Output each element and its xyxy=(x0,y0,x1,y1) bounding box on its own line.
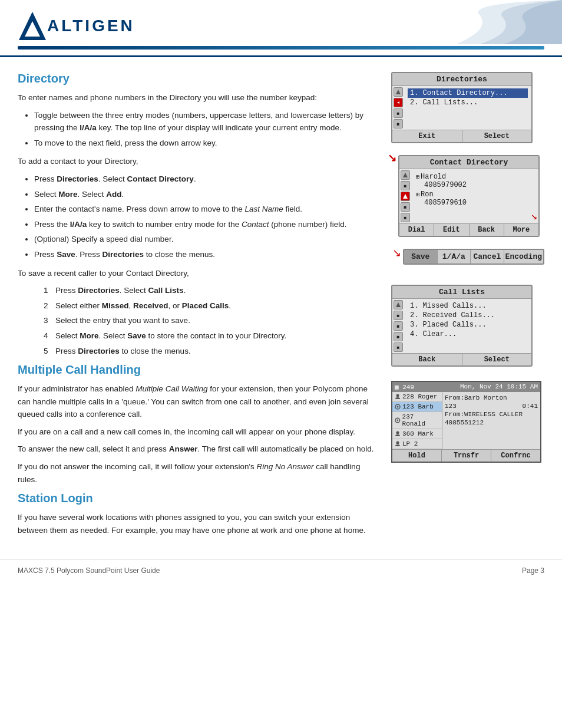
cd-side-btn-2[interactable]: ■ xyxy=(401,181,410,190)
cl-select-btn[interactable]: Select xyxy=(462,354,532,365)
contact-harold[interactable]: ⊞ Harold 4085979002 xyxy=(416,173,525,189)
call-lists-phone-widget: Call Lists ■ ■ ■ ■ 1. Missed Call xyxy=(391,285,533,367)
page-footer: MAXCS 7.5 Polycom SoundPoint User Guide … xyxy=(0,559,562,582)
multiple-call-section: Multiple Call Handling If your administr… xyxy=(18,363,379,486)
svg-point-14 xyxy=(396,442,399,444)
call-datetime: Mon, Nov 24 10:15 AM xyxy=(460,383,538,391)
multiple-call-para3: To answer the new call, select it and pr… xyxy=(18,443,379,456)
directories-title-bar: Directories xyxy=(392,73,531,86)
station-login-section: Station Login If you have several work l… xyxy=(18,492,379,536)
contact-ron[interactable]: ⊞ Ron 4085979610 xyxy=(416,190,525,207)
multiple-call-para4: If you do not answer the incoming call, … xyxy=(18,460,379,486)
call-ext: ▩ 249 xyxy=(395,383,414,391)
step-1: Press Directories. Select Contact Direct… xyxy=(34,173,379,186)
save-step-1: 1Press Directories. Select Call Lists. xyxy=(44,284,379,297)
contact-dir-footer: Dial Edit Back More xyxy=(399,223,538,236)
cl-side-btn-1[interactable] xyxy=(394,300,403,309)
hold-btn[interactable]: Hold xyxy=(392,450,442,462)
right-column: Directories ■ ■ xyxy=(391,69,544,541)
transfer-btn[interactable]: Trnsfr xyxy=(442,450,491,462)
scroll-arrow: ↘ xyxy=(531,209,537,222)
footer-right: Page 3 xyxy=(522,566,544,575)
contact-dir-title-bar: Contact Directory xyxy=(399,156,538,169)
dir-exit-btn[interactable]: Exit xyxy=(392,130,462,142)
cd-side-btn-3[interactable] xyxy=(401,192,410,201)
directories-side-buttons: ■ ■ xyxy=(392,86,404,130)
side-btn-4[interactable]: ■ xyxy=(394,119,403,129)
cd-side-btn-5[interactable]: ■ xyxy=(401,213,410,222)
logo-text: ALTIGEN xyxy=(47,17,135,35)
call-footer: Hold Trnsfr Confrnc xyxy=(392,449,540,462)
multiple-call-title: Multiple Call Handling xyxy=(18,363,379,377)
cl-back-btn[interactable]: Back xyxy=(392,354,462,365)
save-bar: Save 1/A/a Cancel Encoding xyxy=(403,249,544,265)
svg-marker-5 xyxy=(403,173,408,177)
directories-content: 1. Contact Directory... 2. Call Lists... xyxy=(404,86,531,130)
contact-dir-phone-widget: Contact Directory ■ ■ xyxy=(398,155,540,237)
directories-widget: Directories ■ ■ xyxy=(391,72,544,151)
cd-back-btn[interactable]: Back xyxy=(470,224,504,236)
call-from-wireless: From:WIRELESS CALLER xyxy=(445,410,538,419)
cl-side-btn-3[interactable]: ■ xyxy=(394,321,403,331)
cl-item-2[interactable]: 2. Received Calls... xyxy=(408,311,528,320)
cl-item-3[interactable]: 3. Placed Calls... xyxy=(408,320,528,330)
ia-btn[interactable]: 1/A/a xyxy=(438,250,471,263)
cd-more-btn[interactable]: More xyxy=(504,224,538,236)
step-4: Press the I/A/a key to switch to number … xyxy=(34,218,379,231)
svg-point-12 xyxy=(396,420,398,421)
call-header: ▩ 249 Mon, Nov 24 10:15 AM xyxy=(392,382,540,392)
cl-side-btn-4[interactable]: ■ xyxy=(394,332,403,341)
save-step-3: 3Select the entry that you want to save. xyxy=(44,314,379,327)
dir-select-btn[interactable]: Select xyxy=(462,130,532,142)
cl-side-btn-2[interactable]: ■ xyxy=(394,311,403,320)
cl-item-4[interactable]: 4. Clear... xyxy=(408,330,528,339)
call-number-barb: 1230:41 xyxy=(445,402,538,410)
svg-point-10 xyxy=(397,406,399,408)
call-123-barb[interactable]: 123 Barb xyxy=(392,402,442,412)
call-right-panel: From:Barb Morton 1230:41 From:WIRELESS C… xyxy=(442,392,540,449)
dir-item-calllists[interactable]: 2. Call Lists... xyxy=(408,98,528,107)
cd-side-btn-4[interactable]: ■ xyxy=(401,202,410,212)
page-header: ALTIGEN xyxy=(0,0,562,57)
cl-side-btn-5[interactable]: ■ xyxy=(394,342,403,352)
cl-item-1[interactable]: 1. Missed Calls... xyxy=(408,301,528,311)
call-lists-content: 1. Missed Calls... 2. Received Calls... … xyxy=(404,299,531,353)
directories-footer: Exit Select xyxy=(392,130,531,142)
cd-dial-btn[interactable]: Dial xyxy=(399,224,434,236)
directory-title: Directory xyxy=(18,72,379,85)
dir-item-contact[interactable]: 1. Contact Directory... xyxy=(408,88,528,98)
encoding-btn[interactable]: Encoding xyxy=(504,250,543,263)
call-360-mark[interactable]: 360 Mark xyxy=(392,429,442,439)
call-228-roger[interactable]: 228 Roger xyxy=(392,392,442,402)
svg-marker-6 xyxy=(403,194,408,199)
side-btn-1[interactable] xyxy=(394,87,403,97)
arrow-indicator-2: ↘ xyxy=(392,246,401,259)
multiple-call-para2: If you are on a call and a new call come… xyxy=(18,426,379,439)
cancel-btn[interactable]: Cancel xyxy=(471,250,504,263)
step-6: Press Save. Press Directories to close t… xyxy=(34,248,379,261)
call-lists-title-bar: Call Lists xyxy=(392,286,531,299)
bullet-2: To move to the next field, press the dow… xyxy=(34,137,379,150)
confrnc-btn[interactable]: Confrnc xyxy=(491,450,540,462)
directory-section: Directory To enter names and phone numbe… xyxy=(18,72,379,357)
directory-bullets: Toggle between the three entry modes (nu… xyxy=(34,109,379,150)
call-lp2[interactable]: LP 2 xyxy=(392,439,442,449)
call-237-ronald[interactable]: 237 Ronald xyxy=(392,412,442,429)
call-number-wireless: 4085551212 xyxy=(445,419,538,427)
call-rows: 228 Roger 123 Barb 237 Ronald xyxy=(392,392,540,449)
side-btn-3[interactable]: ■ xyxy=(394,108,403,118)
save-step-4: 4Select More. Select Save to store the c… xyxy=(44,330,379,342)
step-3: Enter the contact's name. Press down arr… xyxy=(34,203,379,216)
cd-edit-btn[interactable]: Edit xyxy=(434,224,469,236)
side-btn-2[interactable] xyxy=(394,98,403,107)
svg-point-13 xyxy=(396,431,399,434)
call-lists-side-buttons: ■ ■ ■ ■ xyxy=(392,299,404,353)
bullet-1: Toggle between the three entry modes (nu… xyxy=(34,109,379,134)
save-btn[interactable]: Save xyxy=(404,250,438,263)
save-caller-steps: 1Press Directories. Select Call Lists. 2… xyxy=(34,284,379,357)
widgets-container: Directories ■ ■ xyxy=(391,69,544,463)
svg-marker-7 xyxy=(396,302,401,307)
directories-phone-widget: Directories ■ ■ xyxy=(391,72,533,143)
cd-side-btn-1[interactable] xyxy=(401,170,410,180)
left-column: Directory To enter names and phone numbe… xyxy=(18,69,379,541)
